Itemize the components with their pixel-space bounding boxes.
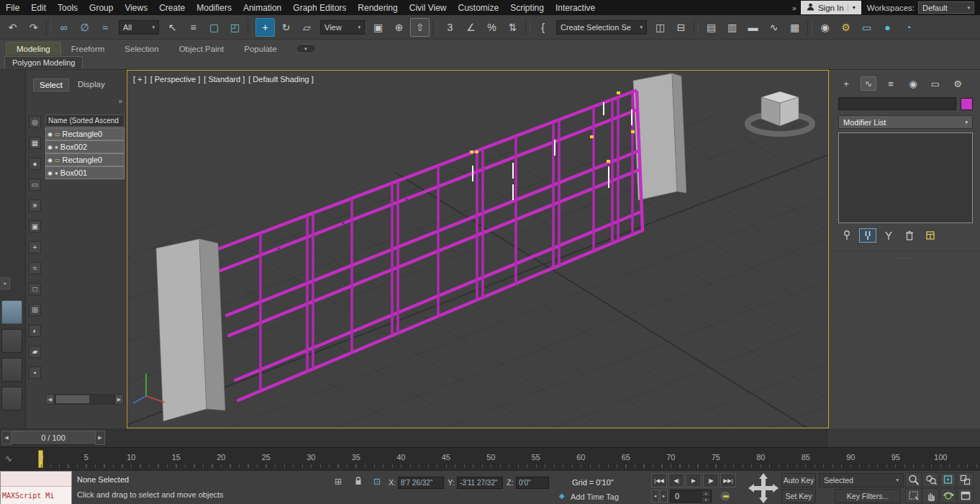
select-object-icon[interactable]: ↖ (163, 18, 182, 37)
curve-editor-icon[interactable]: ∿ (764, 18, 784, 37)
scene-object-row[interactable]: ◉ ● Box002 (45, 140, 124, 153)
go-to-end-button[interactable]: ▶▶| (720, 473, 736, 487)
sign-in-button[interactable]: Sign In ▾ (801, 1, 861, 14)
explorer-scrollbar-thumb[interactable] (56, 395, 89, 403)
toggle-scene-explorer-icon[interactable]: ▤ (702, 18, 721, 37)
align-icon[interactable]: ⊟ (671, 18, 691, 37)
perspective-viewport[interactable]: [ + ][ Perspective ][ Standard ][ Defaul… (127, 70, 829, 428)
explorer-scrollbar-track[interactable] (55, 394, 114, 405)
viewport-layout-tab-4[interactable] (1, 387, 22, 410)
menu-item[interactable]: Customize (453, 3, 505, 13)
z-coordinate-field[interactable]: 0'0" (516, 477, 549, 489)
filter-shapes-icon[interactable]: ▭ (29, 179, 41, 191)
explorer-tab[interactable]: Select (33, 78, 69, 91)
filter-spacewarps-icon[interactable]: ≈ (29, 262, 41, 274)
explorer-scroll-right[interactable]: ▶ (114, 394, 124, 405)
viewport-canvas[interactable] (127, 71, 828, 428)
schematic-view-icon[interactable]: ▦ (785, 18, 804, 37)
set-key-button[interactable]: Set Key (781, 489, 816, 503)
menu-item[interactable]: Interactive (550, 3, 601, 13)
menu-overflow-chevron[interactable]: » (788, 4, 801, 12)
visibility-eye-icon[interactable]: ◉ (47, 157, 53, 163)
make-unique-icon[interactable] (880, 228, 897, 243)
reference-coordinate-dropdown[interactable]: View▾ (320, 20, 365, 35)
frame-spinner[interactable]: ▴ ▾ (702, 490, 710, 503)
selection-lock-icon[interactable] (351, 475, 366, 487)
named-selection-set-combo[interactable]: Create Selection Se▾ (556, 20, 647, 35)
menu-item[interactable]: Create (153, 3, 191, 13)
toggle-layer-explorer-icon[interactable]: ▥ (722, 18, 742, 37)
find-object-icon[interactable]: ◎ (29, 116, 41, 128)
pan-view-icon[interactable] (922, 488, 939, 503)
toggle-ribbon-icon[interactable]: ▬ (743, 18, 763, 37)
angle-snap-toggle-icon[interactable]: ∠ (461, 18, 481, 37)
modifier-list-dropdown[interactable]: Modifier List ▾ (838, 115, 973, 129)
select-by-name-icon[interactable]: ≡ (183, 18, 203, 37)
menu-item[interactable]: Animation (237, 3, 287, 13)
menu-item[interactable]: Scripting (504, 3, 550, 13)
spin-up-arrow[interactable]: ▴ (702, 490, 710, 497)
y-coordinate-field[interactable]: -3'11 27/32" (457, 477, 503, 489)
menu-item[interactable]: Rendering (352, 3, 403, 13)
slider-next-frame-arrow[interactable]: ▶ (95, 431, 105, 445)
snaps-toggle-3d-icon[interactable]: 3 (440, 18, 460, 37)
previous-frame-button[interactable]: ◀| (668, 473, 684, 487)
select-and-move-icon[interactable]: + (255, 18, 275, 37)
viewport-pov-menu[interactable]: [ Perspective ] (150, 75, 201, 84)
menu-item[interactable]: Edit (25, 3, 52, 13)
use-pivot-point-center-icon[interactable]: ▣ (368, 18, 388, 37)
mirror-icon[interactable]: ◫ (650, 18, 670, 37)
key-nudge-right[interactable]: ▸ (660, 490, 668, 503)
visibility-eye-icon[interactable]: ◉ (47, 131, 53, 138)
select-and-link-icon[interactable]: ∞ (54, 18, 73, 37)
select-and-uniform-scale-icon[interactable]: ▱ (297, 18, 317, 37)
play-button[interactable]: ▶ (686, 473, 702, 487)
zoom-icon[interactable] (905, 472, 922, 487)
render-production-icon[interactable]: ● (878, 18, 897, 37)
key-nudge-left[interactable]: ◂ (651, 490, 659, 503)
zoom-region-icon[interactable] (905, 488, 922, 503)
menu-item[interactable]: Civil View (404, 3, 453, 13)
filter-materials-icon[interactable]: ◐ (29, 325, 41, 337)
material-editor-icon[interactable]: ◉ (815, 18, 835, 37)
menu-item[interactable]: Modifiers (191, 3, 237, 13)
ribbon-tab[interactable]: Modeling (6, 42, 61, 55)
explorer-overflow-chevron[interactable]: » (118, 97, 122, 105)
selection-set-icon[interactable]: ▦ (29, 137, 41, 149)
redo-icon[interactable]: ↷ (24, 18, 43, 37)
spinner-snap-toggle-icon[interactable]: ⇅ (503, 18, 522, 37)
viewport-shading-menu[interactable]: [ Default Shading ] (248, 75, 314, 84)
tab-hierarchy[interactable]: ≡ (883, 76, 899, 91)
rectangular-selection-region-icon[interactable]: ▢ (204, 18, 224, 37)
key-mode-toggle-icon[interactable] (720, 490, 731, 502)
scene-object-row[interactable]: ◉ ▭ Rectangle0 (45, 153, 124, 166)
menu-item[interactable]: Graph Editors (287, 3, 352, 13)
slider-previous-frame-arrow[interactable]: ◀ (1, 431, 12, 445)
next-frame-button[interactable]: |▶ (703, 473, 719, 487)
time-slider-track[interactable]: ◀ 0 / 100 ▶ (0, 428, 827, 447)
edit-named-selection-sets-icon[interactable]: { (533, 18, 553, 37)
polygon-modeling-panel-tab[interactable]: Polygon Modeling (4, 56, 83, 68)
sign-in-dropdown-arrow[interactable]: ▾ (848, 4, 856, 11)
menu-item[interactable]: File (0, 3, 25, 13)
filter-cameras-icon[interactable]: ▣ (29, 220, 41, 233)
zoom-all-icon[interactable] (922, 472, 939, 487)
zoom-extents-all-icon[interactable] (957, 472, 974, 487)
selection-filter-dropdown[interactable]: All▾ (119, 20, 159, 35)
keyboard-shortcut-override-icon[interactable]: ⇧ (410, 18, 430, 37)
key-filters-button[interactable]: Key Filters... (835, 489, 901, 503)
bind-to-space-warp-icon[interactable]: ≈ (96, 18, 115, 37)
ribbon-tab[interactable]: Selection (114, 42, 168, 55)
mini-curve-editor-icon[interactable]: ∿ (5, 454, 12, 464)
menu-item[interactable]: Tools (52, 3, 83, 13)
object-name-field[interactable] (838, 97, 956, 110)
absolute-offset-toggle-icon[interactable]: ⊡ (370, 476, 384, 487)
tab-modify[interactable]: ∿ (861, 76, 876, 91)
workspace-dropdown[interactable]: Default ▾ (918, 1, 974, 14)
scene-object-row[interactable]: ◉ ▭ Rectangle0 (45, 127, 124, 140)
filter-xrefs-icon[interactable]: ⊞ (29, 304, 41, 316)
tab-motion[interactable]: ◉ (905, 76, 921, 91)
auto-key-button[interactable]: Auto Key (781, 473, 816, 487)
menu-item[interactable]: Views (119, 3, 153, 13)
scene-object-row[interactable]: ◉ ● Box001 (45, 166, 124, 179)
